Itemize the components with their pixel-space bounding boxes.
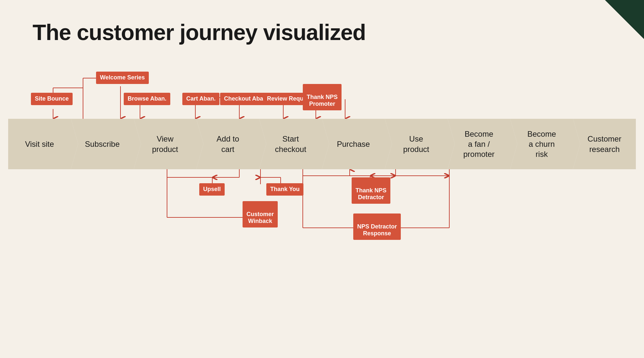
browse-aban-box: Browse Aban. (124, 93, 170, 105)
step-become-fan: Become a fan / promoter (448, 119, 511, 169)
step-subscribe: Subscribe (71, 119, 134, 169)
cart-aban-box: Cart Aban. (182, 93, 219, 105)
step-start-checkout: Start checkout (259, 119, 322, 169)
thank-you-box: Thank You (266, 183, 303, 196)
thank-nps-detractor-box: Thank NPS Detractor (352, 177, 390, 204)
journey-band: Visit site Subscribe View product Add to… (8, 119, 636, 169)
step-visit-site: Visit site (8, 119, 71, 169)
connector-lines (0, 0, 644, 358)
chevron-steps: Visit site Subscribe View product Add to… (8, 119, 636, 169)
step-view-product: View product (134, 119, 197, 169)
nps-detractor-response-box: NPS Detractor Response (353, 213, 401, 240)
corner-decoration (605, 0, 644, 39)
upsell-box: Upsell (199, 183, 225, 196)
step-use-product: Use product (385, 119, 448, 169)
step-add-to-cart: Add to cart (196, 119, 259, 169)
thank-nps-promoter-box: Thank NPS Promoter (303, 84, 342, 110)
step-purchase: Purchase (322, 119, 385, 169)
step-customer-research: Customer research (573, 119, 636, 169)
site-bounce-box: Site Bounce (31, 93, 73, 105)
customer-winback-box: Customer Winback (243, 201, 278, 227)
page-title: The customer journey visualized (33, 20, 366, 45)
step-become-churn: Become a churn risk (510, 119, 573, 169)
welcome-series-box: Welcome Series (96, 72, 149, 84)
